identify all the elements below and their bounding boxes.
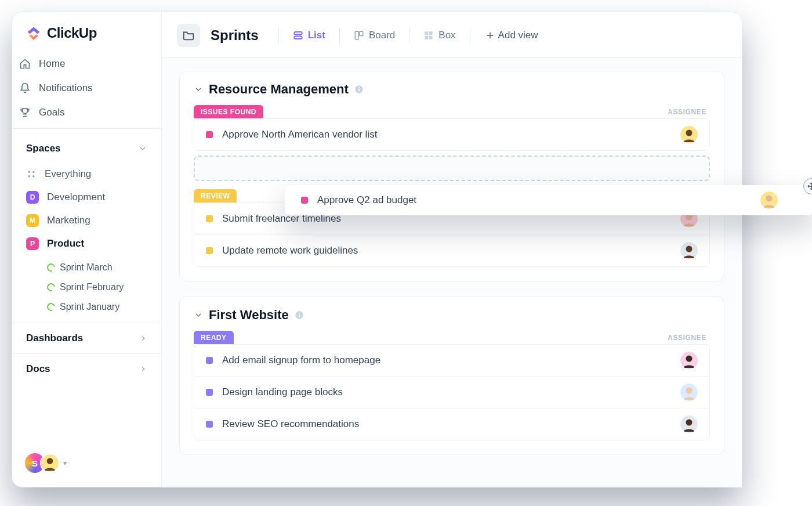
task-group-issues: Approve North American vendor list [194,118,710,151]
dragging-task[interactable]: Approve Q2 ad budget [285,185,812,215]
avatar[interactable] [680,352,698,369]
sprint-label: Sprint March [60,262,113,273]
task-name: Review SEO recommendations [222,418,359,430]
space-everything[interactable]: Everything [19,162,154,186]
task-row[interactable]: Design landing page blocks [194,376,709,408]
sprint-item-february[interactable]: Sprint February [47,277,154,297]
group-panel-resource-management: Resource Management ISSUES FOUND ASSIGNE… [179,71,724,281]
info-icon[interactable] [295,310,304,320]
nav-goals[interactable]: Goals [12,100,161,125]
sprint-icon [45,301,56,312]
chevron-down-icon: ▾ [63,459,67,467]
space-marketing-label: Marketing [47,215,90,226]
task-name: Approve North American vendor list [222,129,377,140]
folder-icon-button[interactable] [177,24,200,47]
sidebar: ClickUp Home Notifications Goals Spaces [12,12,162,487]
add-view-button[interactable]: Add view [485,30,538,41]
nav-home-label: Home [39,58,65,70]
nav-notifications[interactable]: Notifications [12,76,161,100]
group-panel-first-website: First Website READY ASSIGNEE Add email s… [179,297,724,455]
space-badge-m: M [26,214,39,227]
main-area: Sprints List Board Box Add view [162,12,742,487]
content: Resource Management ISSUES FOUND ASSIGNE… [162,58,742,487]
svg-rect-15 [358,89,359,92]
svg-point-33 [766,196,773,202]
spaces-header-label: Spaces [26,143,61,154]
svg-point-22 [686,246,693,252]
svg-point-1 [32,171,35,173]
dashboards-section[interactable]: Dashboards [12,323,161,353]
list-icon [293,30,303,41]
space-badge-d: D [26,191,39,204]
svg-point-18 [686,130,693,136]
page-title: Sprints [211,27,259,44]
task-row[interactable]: Add email signup form to homepage [194,345,709,376]
assignee-header: ASSIGNEE [668,108,706,116]
group-title: First Website [209,308,289,323]
task-row[interactable]: Update remote work guidelines [194,234,709,266]
space-product[interactable]: P Product [19,232,154,255]
group-title: Resource Management [209,82,349,97]
task-row[interactable]: Approve North American vendor list [194,119,709,150]
view-bar: Sprints List Board Box Add view [162,12,742,58]
nav-home[interactable]: Home [12,52,161,76]
plus-icon [485,31,495,40]
chevron-right-icon [139,365,147,373]
task-group-ready: Add email signup form to homepage Design… [194,344,710,440]
avatar[interactable] [680,384,698,401]
status-dot [206,389,213,396]
home-icon [19,58,31,70]
status-label-review[interactable]: REVIEW [194,189,237,203]
chevron-right-icon [139,334,147,342]
task-drop-zone[interactable] [194,156,710,181]
view-tab-list[interactable]: List [289,27,329,44]
view-tab-list-label: List [308,30,325,41]
avatar[interactable] [760,191,778,209]
view-tab-board-label: Board [369,30,395,41]
workspace-switcher[interactable]: S ▾ [12,445,161,481]
collapse-icon[interactable] [194,85,203,94]
status-dot [206,131,213,138]
task-name: Add email signup form to homepage [222,355,380,366]
svg-point-16 [358,87,360,88]
user-avatar [40,453,60,473]
svg-rect-11 [429,31,433,35]
spaces-header[interactable]: Spaces [12,132,161,162]
sprint-item-march[interactable]: Sprint March [47,258,154,277]
svg-rect-8 [355,31,358,39]
space-marketing[interactable]: M Marketing [19,209,154,232]
move-icon [803,178,812,194]
svg-rect-24 [299,315,299,317]
svg-point-0 [28,171,30,173]
assignee-header: ASSIGNEE [668,334,706,342]
avatar[interactable] [680,415,698,433]
chevron-down-icon [138,144,147,153]
avatar[interactable] [680,126,698,143]
svg-rect-12 [425,36,429,39]
view-tab-box-label: Box [438,30,455,41]
svg-rect-7 [294,37,302,39]
folder-icon [182,29,195,42]
avatar[interactable] [680,242,698,259]
space-product-label: Product [47,238,84,250]
view-tab-board[interactable]: Board [350,27,398,44]
board-icon [354,30,364,41]
collapse-icon[interactable] [194,310,203,320]
status-dot [206,215,213,222]
everything-icon [26,169,37,179]
status-label-issues[interactable]: ISSUES FOUND [194,105,263,118]
sprint-label: Sprint January [60,302,119,312]
app-logo[interactable]: ClickUp [12,12,161,52]
status-label-ready[interactable]: READY [194,331,234,344]
sprint-label: Sprint February [60,282,124,292]
task-row[interactable]: Review SEO recommendations [194,408,709,440]
task-name: Update remote work guidelines [222,245,358,256]
view-tab-box[interactable]: Box [420,27,459,44]
info-icon[interactable] [354,85,364,94]
docs-section[interactable]: Docs [12,353,161,384]
task-name: Approve Q2 ad budget [317,194,416,206]
svg-point-29 [686,388,693,394]
space-badge-p: P [26,237,39,250]
space-development[interactable]: D Development [19,186,154,209]
sprint-item-january[interactable]: Sprint January [47,297,154,317]
